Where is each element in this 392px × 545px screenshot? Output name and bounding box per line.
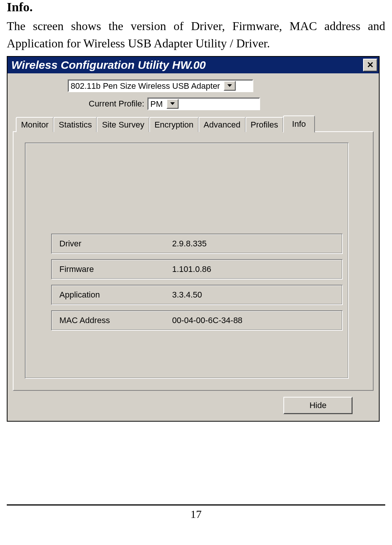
adapter-dropdown-value: 802.11b Pen Size Wireless USB Adapter (68, 80, 223, 91)
info-row-application: Application 3.3.4.50 (51, 285, 343, 305)
info-label-firmware: Firmware (59, 264, 172, 274)
chevron-down-icon (170, 102, 175, 105)
tab-statistics[interactable]: Statistics (53, 117, 97, 132)
window-title: Wireless Configuration Utility HW.00 (11, 59, 206, 71)
app-window: Wireless Configuration Utility HW.00 ✕ 8… (7, 56, 380, 422)
chevron-down-icon (227, 84, 232, 87)
tab-page-info: Driver 2.9.8.335 Firmware 1.101.0.86 App… (13, 131, 374, 391)
page-number: 17 (7, 508, 385, 521)
info-label-application: Application (59, 290, 172, 300)
tab-encryption[interactable]: Encryption (149, 117, 199, 132)
tab-advanced[interactable]: Advanced (198, 117, 246, 132)
tab-monitor[interactable]: Monitor (16, 117, 54, 132)
profile-dropdown[interactable]: PM (147, 97, 260, 110)
profile-dropdown-value: PM (148, 98, 166, 109)
info-value-driver: 2.9.8.335 (172, 239, 207, 249)
footer-rule (7, 504, 385, 506)
adapter-dropdown-button[interactable] (224, 81, 236, 91)
profile-dropdown-button[interactable] (166, 99, 179, 109)
tab-site-survey[interactable]: Site Survey (97, 117, 150, 132)
window-client-area: 802.11b Pen Size Wireless USB Adapter Cu… (8, 73, 379, 421)
info-table: Driver 2.9.8.335 Firmware 1.101.0.86 App… (51, 234, 343, 336)
window-titlebar: Wireless Configuration Utility HW.00 ✕ (8, 57, 379, 73)
info-row-mac-address: MAC Address 00-04-00-6C-34-88 (51, 310, 343, 331)
tab-info[interactable]: Info (283, 115, 315, 133)
info-value-firmware: 1.101.0.86 (172, 264, 211, 274)
hide-button[interactable]: Hide (283, 397, 353, 414)
doc-paragraph: The screen shows the version of Driver, … (7, 17, 385, 52)
info-row-driver: Driver 2.9.8.335 (51, 234, 343, 254)
info-value-mac-address: 00-04-00-6C-34-88 (172, 316, 242, 325)
doc-heading: Info. (7, 0, 385, 14)
info-label-driver: Driver (59, 239, 172, 249)
info-value-application: 3.3.4.50 (172, 290, 202, 300)
adapter-dropdown[interactable]: 802.11b Pen Size Wireless USB Adapter (68, 79, 253, 92)
tab-strip: Monitor Statistics Site Survey Encryptio… (16, 115, 375, 131)
close-icon: ✕ (367, 60, 374, 70)
info-label-mac-address: MAC Address (59, 316, 172, 325)
current-profile-label: Current Profile: (89, 99, 144, 109)
info-row-firmware: Firmware 1.101.0.86 (51, 259, 343, 279)
tab-profiles[interactable]: Profiles (245, 117, 283, 132)
window-close-button[interactable]: ✕ (363, 59, 377, 71)
